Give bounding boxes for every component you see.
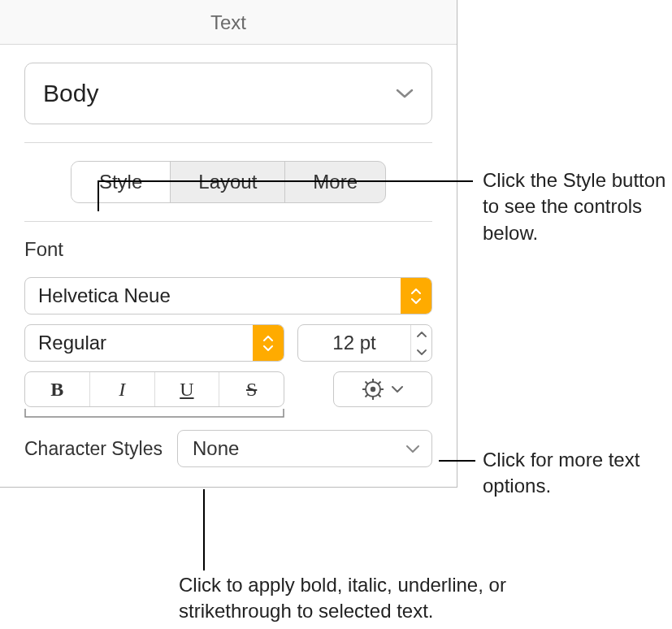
svg-line-8: [366, 395, 368, 397]
font-section-label: Font: [24, 238, 432, 261]
svg-line-9: [379, 382, 381, 384]
chevron-down-icon: [396, 88, 414, 99]
chevron-down-icon: [391, 385, 404, 393]
tabs-segmented-control: Style Layout More: [71, 161, 386, 203]
dropdown-handle-icon: [253, 325, 284, 361]
stepper-controls: [410, 325, 431, 361]
panel-title: Text: [0, 0, 457, 45]
paragraph-style-dropdown[interactable]: Body: [24, 63, 432, 124]
svg-line-7: [379, 395, 381, 397]
paragraph-style-value: Body: [43, 80, 98, 107]
bracket-decoration: [24, 412, 284, 427]
font-size-stepper[interactable]: 12 pt: [297, 324, 432, 362]
font-weight-dropdown[interactable]: Regular: [24, 324, 284, 362]
callout-bius: Click to apply bold, italic, underline, …: [179, 572, 553, 625]
text-style-group: B I U S: [24, 371, 284, 407]
character-styles-label: Character Styles: [24, 438, 163, 460]
tab-style[interactable]: Style: [72, 162, 171, 202]
chevron-down-icon: [405, 445, 420, 453]
tabs-row: Style Layout More: [0, 143, 457, 221]
callout-line: [439, 460, 475, 462]
italic-button[interactable]: I: [90, 372, 155, 406]
callout-line: [98, 180, 99, 211]
font-section: Font Helvetica Neue Regular 12 pt: [0, 222, 457, 487]
strikethrough-button[interactable]: S: [219, 372, 284, 406]
callout-line: [98, 180, 473, 182]
callout-gear: Click for more text options.: [483, 447, 661, 500]
stepper-up[interactable]: [411, 325, 431, 343]
font-size-value: 12 pt: [298, 332, 410, 354]
svg-line-6: [366, 382, 368, 384]
paragraph-style-section: Body: [0, 45, 457, 142]
font-weight-value: Regular: [38, 332, 106, 354]
callout-line: [203, 489, 205, 570]
text-format-panel: Text Body Style Layout More Font Helveti…: [0, 0, 457, 488]
callout-style-tab: Click the Style button to see the contro…: [483, 167, 670, 246]
character-styles-value: None: [193, 437, 239, 460]
tab-more[interactable]: More: [285, 162, 385, 202]
font-family-dropdown[interactable]: Helvetica Neue: [24, 277, 432, 314]
tab-layout[interactable]: Layout: [171, 162, 285, 202]
dropdown-handle-icon: [401, 278, 431, 314]
more-options-button[interactable]: [333, 371, 432, 407]
stepper-down[interactable]: [411, 343, 431, 361]
character-styles-dropdown[interactable]: None: [177, 430, 432, 467]
underline-button[interactable]: U: [155, 372, 220, 406]
bold-button[interactable]: B: [25, 372, 90, 406]
svg-point-1: [371, 387, 375, 392]
font-family-value: Helvetica Neue: [38, 284, 171, 307]
gear-icon: [362, 378, 384, 401]
